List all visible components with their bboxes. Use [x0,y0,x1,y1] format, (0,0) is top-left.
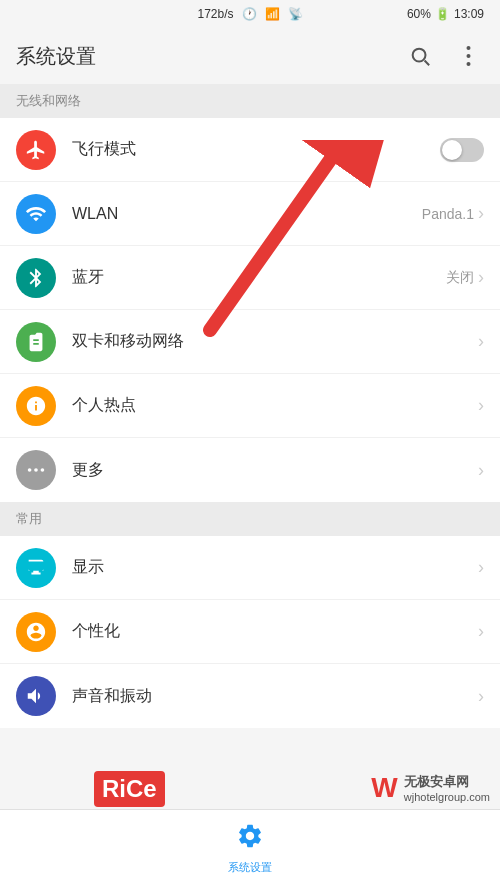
search-button[interactable] [404,40,436,72]
wlan-item[interactable]: WLAN Panda.1 › [0,182,500,246]
status-bar-right: 60% 🔋 13:09 [407,7,484,21]
airplane-mode-label: 飞行模式 [72,139,440,160]
svg-point-0 [413,49,426,62]
simcard-icon [16,322,56,362]
simcard-chevron-icon: › [478,331,484,352]
svg-point-7 [41,468,45,472]
svg-point-3 [466,54,470,58]
wireless-section-list: 飞行模式 WLAN Panda.1 › 蓝牙 关闭 [0,118,500,502]
bottom-nav-settings[interactable]: 系统设置 [228,816,272,875]
watermark: W 无极安卓网 wjhotelgroup.com [371,772,490,804]
clock-icon: 🕐 [242,7,257,21]
wlan-value: Panda.1 [422,206,474,222]
simcard-item[interactable]: 双卡和移动网络 › [0,310,500,374]
page-title: 系统设置 [16,43,404,70]
sound-label: 声音和振动 [72,686,478,707]
display-item[interactable]: 显示 › [0,536,500,600]
more-item[interactable]: 更多 › [0,438,500,502]
airplane-icon [16,130,56,170]
wifi-status-icon: 📶 [265,7,280,21]
svg-point-2 [466,46,470,50]
sound-item[interactable]: 声音和振动 › [0,664,500,728]
watermark-site: 无极安卓网 [404,773,490,791]
battery-percent: 60% [407,7,431,21]
status-bar: 172b/s 🕐 📶 📡 60% 🔋 13:09 [0,0,500,28]
more-options-button[interactable] [452,40,484,72]
personalize-icon [16,612,56,652]
bluetooth-icon [16,258,56,298]
display-icon [16,548,56,588]
more-chevron-icon: › [478,460,484,481]
svg-line-1 [425,61,430,66]
more-label: 更多 [72,460,478,481]
signal-icon: 📡 [288,7,303,21]
hotspot-item[interactable]: 个人热点 › [0,374,500,438]
hotspot-label: 个人热点 [72,395,478,416]
rice-label: RiCe [94,771,165,807]
network-speed: 172b/s [197,7,233,21]
display-label: 显示 [72,557,478,578]
common-section-list: 显示 › 个性化 › 声音和振动 › [0,536,500,728]
bluetooth-label: 蓝牙 [72,267,446,288]
hotspot-chevron-icon: › [478,395,484,416]
app-bar-icons [404,40,484,72]
sound-icon [16,676,56,716]
battery-icon: 🔋 [435,7,450,21]
bluetooth-value: 关闭 [446,269,474,287]
airplane-mode-toggle[interactable] [440,138,484,162]
personalize-chevron-icon: › [478,621,484,642]
personalize-label: 个性化 [72,621,478,642]
watermark-text: 无极安卓网 wjhotelgroup.com [404,773,490,803]
bottom-settings-icon [230,816,270,856]
wlan-chevron-icon: › [478,203,484,224]
more-icon [16,450,56,490]
simcard-label: 双卡和移动网络 [72,331,478,352]
svg-point-5 [28,468,32,472]
wlan-icon [16,194,56,234]
section-header-common: 常用 [0,502,500,536]
sound-chevron-icon: › [478,686,484,707]
bottom-navigation: 系统设置 [0,809,500,889]
status-bar-center: 172b/s 🕐 📶 📡 [197,7,302,21]
hotspot-icon [16,386,56,426]
wlan-label: WLAN [72,205,422,223]
watermark-logo-icon: W [371,772,397,804]
bluetooth-chevron-icon: › [478,267,484,288]
svg-point-4 [466,62,470,66]
app-bar: 系统设置 [0,28,500,84]
watermark-url: wjhotelgroup.com [404,791,490,803]
display-chevron-icon: › [478,557,484,578]
settings-content: 无线和网络 飞行模式 WLAN Panda.1 › [0,84,500,728]
section-header-wireless: 无线和网络 [0,84,500,118]
personalize-item[interactable]: 个性化 › [0,600,500,664]
svg-point-6 [34,468,38,472]
bluetooth-item[interactable]: 蓝牙 关闭 › [0,246,500,310]
airplane-mode-item[interactable]: 飞行模式 [0,118,500,182]
time-display: 13:09 [454,7,484,21]
bottom-settings-label: 系统设置 [228,860,272,875]
toggle-knob [442,140,462,160]
